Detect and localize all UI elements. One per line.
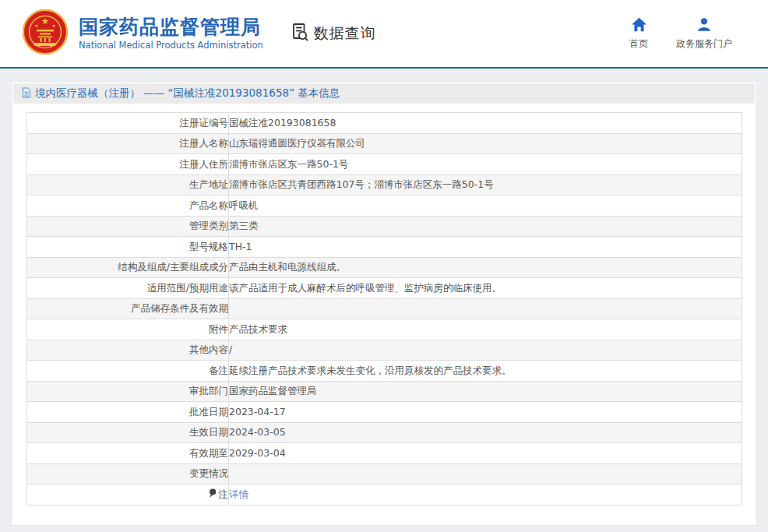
table-row: 型号规格TH-1 — [27, 237, 742, 258]
row-label: 产品储存条件及有效期 — [27, 298, 229, 319]
row-label: 产品名称 — [27, 196, 229, 217]
row-value: 产品技术要求 — [229, 319, 742, 340]
row-label: 适用范围/预期用途 — [27, 278, 229, 299]
row-value — [229, 463, 742, 484]
row-label: 其他内容 — [27, 340, 229, 361]
table-row: 生产地址淄博市张店区共青团西路107号；淄博市张店区东一路50-1号 — [27, 174, 742, 196]
row-label: 审批部门 — [27, 381, 229, 402]
nav-gov-portal-label: 政务服务门户 — [676, 37, 732, 51]
table-row: 审批部门国家药品监督管理局 — [27, 381, 742, 402]
logo-text-block: 国家药品监督管理局 National Medical Products Admi… — [79, 16, 263, 51]
row-label: 有效期至 — [27, 443, 229, 464]
row-label: 注册证编号 — [27, 113, 229, 134]
row-value: 淄博市张店区东一路50-1号 — [229, 154, 742, 175]
row-label: 管理类别 — [27, 216, 229, 237]
document-icon — [22, 87, 31, 100]
table-wrap: 注册证编号国械注准20193081658注册人名称山东瑞得通圆医疗仪器有限公司注… — [26, 112, 742, 506]
pin-icon — [209, 488, 219, 500]
row-value: 2024-03-05 — [229, 422, 742, 443]
table-row: 有效期至2029-03-04 — [27, 443, 742, 464]
svg-text:★: ★ — [41, 16, 49, 26]
table-row: 产品储存条件及有效期 — [27, 298, 742, 319]
row-label: 备注 — [27, 361, 229, 382]
row-value: 2023-04-17 — [229, 402, 742, 423]
table-row: 注册人住所淄博市张店区东一路50-1号 — [27, 154, 742, 175]
nav-home-label: 首页 — [629, 37, 648, 51]
table-row: 注册证编号国械注准20193081658 — [27, 113, 742, 134]
row-label: 型号规格 — [27, 237, 229, 258]
row-label: 附件 — [27, 319, 229, 340]
row-value: 山东瑞得通圆医疗仪器有限公司 — [229, 133, 742, 154]
row-label: 注 — [27, 484, 229, 506]
row-value: 2029-03-04 — [229, 443, 742, 464]
row-label: 生产地址 — [27, 174, 229, 196]
site-title: 国家药品监督管理局 — [79, 16, 263, 38]
info-panel: 境内医疗器械（注册） —— “国械注准20193081658” 基本信息 注册证… — [11, 81, 757, 526]
row-label: 结构及组成/主要组成成分 — [27, 257, 229, 278]
row-value: 呼吸机 — [229, 196, 742, 217]
table-row: 注册人名称山东瑞得通圆医疗仪器有限公司 — [27, 133, 742, 154]
row-value: 该产品适用于成人麻醉术后的呼吸管理、监护病房的临床使用。 — [229, 278, 742, 299]
row-value: 延续注册产品技术要求未发生变化，沿用原核发的产品技术要求。 — [229, 361, 742, 382]
row-value: 第三类 — [229, 216, 742, 237]
table-row: 备注延续注册产品技术要求未发生变化，沿用原核发的产品技术要求。 — [27, 361, 742, 382]
row-value: / — [229, 340, 742, 361]
table-row: 结构及组成/主要组成成分产品由主机和电源线组成。 — [27, 257, 742, 278]
site-logo[interactable]: ★ ★ ★ 国家药品监督管理局 National Medical Product… — [22, 9, 263, 58]
svg-text:★: ★ — [52, 23, 56, 28]
row-label: 变更情况 — [27, 463, 229, 484]
row-value: 产品由主机和电源线组成。 — [229, 257, 742, 278]
row-value: 国家药品监督管理局 — [229, 381, 742, 402]
table-row: 管理类别第三类 — [27, 216, 742, 237]
table-row: 变更情况 — [27, 463, 742, 484]
table-row: 产品名称呼吸机 — [27, 196, 742, 217]
table-row: 生效日期2024-03-05 — [27, 422, 742, 443]
table-row: 适用范围/预期用途该产品适用于成人麻醉术后的呼吸管理、监护病房的临床使用。 — [27, 278, 742, 299]
document-search-icon — [290, 22, 311, 46]
site-subtitle: National Medical Products Administration — [79, 40, 263, 51]
table-row: 注详情 — [27, 484, 742, 506]
svg-text:★: ★ — [35, 23, 39, 28]
home-icon — [631, 17, 647, 34]
table-row: 其他内容/ — [27, 340, 742, 361]
row-label: 注册人名称 — [27, 133, 229, 154]
row-value: TH-1 — [229, 237, 742, 258]
table-row: 批准日期2023-04-17 — [27, 402, 742, 423]
header-nav: 首页 政务服务门户 — [629, 17, 745, 51]
detail-link[interactable]: 详情 — [229, 488, 248, 500]
row-value: 国械注准20193081658 — [229, 113, 742, 134]
panel-title: 境内医疗器械（注册） —— “国械注准20193081658” 基本信息 — [35, 86, 340, 100]
site-header: ★ ★ ★ 国家药品监督管理局 National Medical Product… — [0, 0, 768, 69]
nav-home[interactable]: 首页 — [629, 17, 648, 51]
nav-gov-portal[interactable]: 政务服务门户 — [676, 17, 732, 51]
row-value: 淄博市张店区共青团西路107号；淄博市张店区东一路50-1号 — [229, 174, 742, 196]
table-row: 附件产品技术要求 — [27, 319, 742, 340]
data-query-section[interactable]: 数据查询 — [290, 22, 376, 46]
main-content: 境内医疗器械（注册） —— “国械注准20193081658” 基本信息 注册证… — [0, 69, 768, 526]
user-icon — [696, 17, 712, 34]
info-table: 注册证编号国械注准20193081658注册人名称山东瑞得通圆医疗仪器有限公司注… — [26, 112, 742, 506]
row-value — [229, 298, 742, 319]
row-label: 注册人住所 — [27, 154, 229, 175]
row-label: 批准日期 — [27, 402, 229, 423]
data-query-label: 数据查询 — [314, 23, 376, 44]
row-label: 生效日期 — [27, 422, 229, 443]
china-national-emblem-icon: ★ ★ ★ — [22, 9, 69, 58]
panel-title-bar: 境内医疗器械（注册） —— “国械注准20193081658” 基本信息 — [13, 83, 755, 104]
row-value: 详情 — [229, 484, 742, 506]
